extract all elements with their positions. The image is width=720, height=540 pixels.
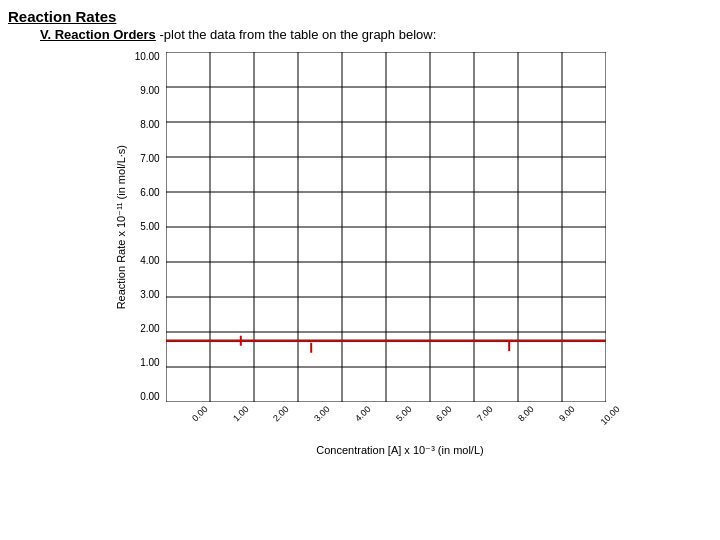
x-tick: 1.00 bbox=[231, 404, 250, 423]
x-tick: 7.00 bbox=[475, 404, 494, 423]
x-tick: 9.00 bbox=[557, 404, 576, 423]
x-tick: 3.00 bbox=[312, 404, 331, 423]
x-tick: 0.00 bbox=[190, 404, 209, 423]
y-tick: 5.00 bbox=[140, 222, 159, 232]
chart-canvas bbox=[166, 52, 606, 402]
graph-wrapper bbox=[166, 52, 606, 402]
page-title: Reaction Rates bbox=[0, 0, 720, 25]
x-tick: 8.00 bbox=[516, 404, 535, 423]
x-tick: 6.00 bbox=[435, 404, 454, 423]
y-tick: 6.00 bbox=[140, 188, 159, 198]
x-tick: 4.00 bbox=[353, 404, 372, 423]
x-axis-ticks: 0.001.002.003.004.005.006.007.008.009.00… bbox=[185, 402, 615, 416]
y-tick: 10.00 bbox=[135, 52, 160, 62]
x-tick: 2.00 bbox=[272, 404, 291, 423]
y-tick: 9.00 bbox=[140, 86, 159, 96]
subtitle-bold: V. Reaction Orders bbox=[40, 27, 156, 42]
subtitle-text: -plot the data from the table on the gra… bbox=[156, 27, 436, 42]
y-tick: 1.00 bbox=[140, 358, 159, 368]
x-tick: 10.00 bbox=[599, 404, 622, 427]
y-tick: 8.00 bbox=[140, 120, 159, 130]
y-tick: 2.00 bbox=[140, 324, 159, 334]
y-tick: 3.00 bbox=[140, 290, 159, 300]
subtitle: V. Reaction Orders -plot the data from t… bbox=[0, 25, 720, 42]
y-axis-ticks: 10.009.008.007.006.005.004.003.002.001.0… bbox=[133, 52, 162, 402]
x-tick: 5.00 bbox=[394, 404, 413, 423]
x-axis-label: Concentration [A] x 10⁻³ (in mol/L) bbox=[316, 444, 483, 457]
y-tick: 0.00 bbox=[140, 392, 159, 402]
chart-container: Reaction Rate x 10⁻¹¹ (in mol/L·s) 10.00… bbox=[0, 52, 720, 457]
y-axis-label: Reaction Rate x 10⁻¹¹ (in mol/L·s) bbox=[114, 145, 128, 309]
y-tick: 7.00 bbox=[140, 154, 159, 164]
y-tick: 4.00 bbox=[140, 256, 159, 266]
